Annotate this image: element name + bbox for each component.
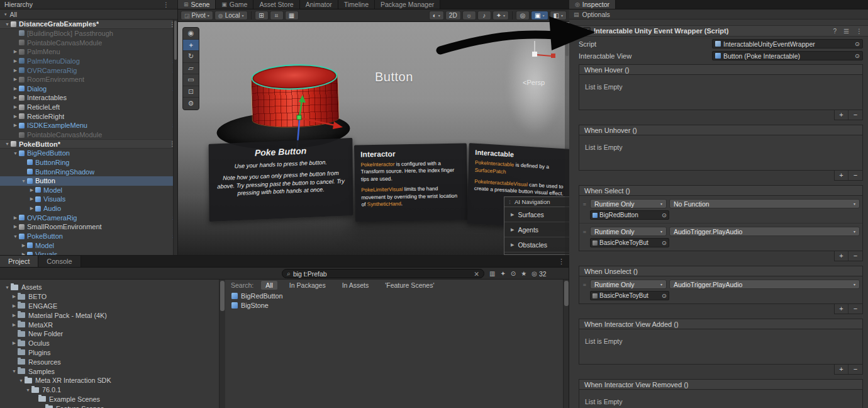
transform-tool[interactable]: ⊡ — [183, 86, 199, 98]
reorder-handle-icon[interactable]: = — [582, 229, 587, 235]
hierarchy-row-dialog[interactable]: ▶Dialog› — [0, 84, 177, 93]
remove-event-button[interactable]: − — [849, 365, 862, 374]
favorite-search-icon[interactable]: ✦ — [500, 270, 505, 277]
hierarchy-row-roomenvironment[interactable]: ▶RoomEnvironment — [0, 75, 177, 84]
folder-row-example-scenes[interactable]: Example Scenes — [0, 395, 219, 404]
view-hand-tool[interactable]: ◉ — [183, 28, 199, 40]
foldout-open-icon[interactable]: ▼ — [20, 179, 27, 183]
object-picker-icon[interactable]: ⊙ — [855, 52, 860, 59]
function-dropdown[interactable]: AudioTrigger.PlayAudio▾ — [669, 280, 860, 289]
snap-increment-button[interactable]: ⌗ — [270, 11, 284, 20]
tab-game[interactable]: ▣Game — [216, 0, 253, 9]
foldout-closed-icon[interactable]: ▶ — [11, 294, 18, 299]
scene-viewport[interactable]: y Button <Persp ◉＋↻▱▭⊡⚙ Poke ButtonUse y… — [178, 22, 569, 255]
reorder-handle-icon[interactable]: = — [582, 201, 587, 207]
hierarchy-row-ovrcamerarig[interactable]: ▶OVRCameraRig› — [0, 65, 177, 75]
hierarchy-row-ovrcamerarig[interactable]: ▶OVRCameraRig› — [0, 213, 177, 222]
runtime-mode-dropdown[interactable]: Runtime Only▾ — [590, 199, 667, 208]
remove-event-button[interactable]: − — [849, 251, 862, 261]
hierarchy-row-buttonringshadow[interactable]: ButtonRingShadow — [0, 167, 177, 176]
folder-row-oculus[interactable]: ▶Oculus — [0, 339, 219, 348]
result-row-bigredbutton[interactable]: BigRedButton — [225, 291, 563, 300]
hierarchy-row-buildingblock-passthrough[interactable]: [BuildingBlock] Passthrough — [0, 29, 177, 38]
hierarchy-row-interactables[interactable]: ▶Interactables — [0, 93, 177, 103]
hierarchy-scrollbar-thumb[interactable] — [174, 21, 177, 60]
results-scrollbar[interactable] — [563, 280, 569, 408]
tab-scene[interactable]: ⊞Scene — [178, 0, 216, 9]
foldout-closed-icon[interactable]: ▶ — [12, 105, 19, 110]
runtime-mode-dropdown[interactable]: Runtime Only▾ — [590, 280, 667, 289]
custom-tool[interactable]: ⚙ — [183, 98, 199, 110]
hierarchy-row-reticleleft[interactable]: ▶ReticleLeft — [0, 103, 177, 112]
object-picker-icon[interactable]: ⊙ — [662, 239, 667, 246]
tab-console[interactable]: Console — [38, 256, 81, 267]
foldout-open-icon[interactable]: ▼ — [12, 234, 19, 239]
foldout-closed-icon[interactable]: ▶ — [28, 188, 35, 193]
hierarchy-filter-label[interactable]: All — [10, 11, 18, 18]
hierarchy-row-audio[interactable]: ▶Audio — [0, 204, 177, 213]
reorder-handle-icon[interactable]: = — [582, 281, 587, 288]
folder-row-beto[interactable]: ▶BETO — [0, 292, 219, 302]
shading-mode-dropdown[interactable]: ◐ ▾ — [429, 11, 444, 20]
event-section-header[interactable]: When Select () — [579, 185, 863, 196]
foldout-open-icon[interactable]: ▼ — [4, 142, 11, 146]
foldout-closed-icon[interactable]: ▶ — [12, 114, 19, 119]
hierarchy-row-pointablecanvasmodule[interactable]: PointableCanvasModule — [0, 38, 177, 47]
remove-event-button[interactable]: − — [849, 110, 862, 120]
result-row-bigstone[interactable]: BigStone — [225, 300, 563, 310]
remove-event-button[interactable]: − — [849, 304, 862, 314]
foldout-closed-icon[interactable]: ▶ — [11, 313, 18, 318]
hierarchy-row-visuals[interactable]: ▶Visuals — [0, 250, 177, 255]
project-menu-icon[interactable]: ⋮ — [554, 256, 569, 267]
tab-timeline[interactable]: Timeline — [338, 0, 375, 9]
ai-navigation-header[interactable]: ⋮ AI Navigation — [504, 197, 569, 207]
help-icon[interactable]: ? — [831, 28, 838, 35]
filter-chip-in-assets[interactable]: In Assets — [338, 281, 374, 290]
hierarchy-scrollbar[interactable] — [173, 20, 177, 255]
eye-icon[interactable]: ◎ — [531, 270, 537, 277]
function-dropdown[interactable]: AudioTrigger.PlayAudio▾ — [669, 227, 860, 236]
rotate-tool[interactable]: ↻ — [183, 51, 199, 63]
foldout-open-icon[interactable]: ▼ — [4, 22, 11, 26]
folder-row-feature-scenes[interactable]: Feature Scenes — [0, 404, 219, 408]
hierarchy-row-smallroomenvironment[interactable]: ▶SmallRoomEnvironment — [0, 222, 177, 232]
folder-row-meta-xr-interaction-sdk[interactable]: ▼Meta XR Interaction SDK — [0, 376, 219, 385]
presets-icon[interactable]: ☰ — [842, 28, 851, 35]
script-object-field[interactable]: InteractableUnityEventWrapper ⊙ — [712, 39, 863, 48]
foldout-open-icon[interactable]: ▼ — [4, 285, 11, 290]
nav-item-obstacles[interactable]: ▶Obstacles — [504, 237, 569, 252]
target-object-field[interactable]: BasicPokeToyBut⊙ — [590, 238, 669, 247]
foldout-closed-icon[interactable]: ▶ — [12, 59, 19, 64]
foldout-open-icon[interactable]: ▼ — [25, 388, 31, 392]
star-icon[interactable]: ★ — [521, 270, 526, 277]
object-picker-icon[interactable]: ⊙ — [662, 292, 667, 299]
mode-2d-button[interactable]: 2D — [445, 11, 461, 20]
folder-row-engage[interactable]: ▶ENGAGE — [0, 302, 219, 311]
hierarchy-row-buttonring[interactable]: ButtonRing — [0, 158, 177, 167]
tab-animator[interactable]: Animator — [300, 0, 338, 9]
add-event-button[interactable]: + — [835, 171, 849, 180]
hierarchy-row-button[interactable]: ▼Button — [0, 176, 177, 186]
folder-row-assets[interactable]: ▼Assets — [0, 283, 219, 292]
foldout-closed-icon[interactable]: ▶ — [28, 196, 35, 201]
foldout-closed-icon[interactable]: ▶ — [12, 68, 19, 73]
tab-project[interactable]: Project — [0, 256, 38, 267]
hierarchy-row-palmmenudialog[interactable]: ▶PalmMenuDialog› — [0, 57, 177, 66]
foldout-closed-icon[interactable]: ▶ — [12, 95, 19, 100]
hierarchy-row-palmmenu[interactable]: ▶PalmMenu — [0, 47, 177, 57]
pivot-dropdown[interactable]: ◲ Pivot ▾ — [181, 11, 213, 20]
move-tool[interactable]: ＋ — [183, 40, 199, 52]
filter-chip-feature-scenes[interactable]: 'Feature Scenes' — [381, 281, 438, 290]
foldout-open-icon[interactable]: ▼ — [12, 151, 19, 156]
clear-search-icon[interactable]: ✕ — [474, 270, 479, 278]
add-event-button[interactable]: + — [835, 110, 849, 120]
grid-snap-button[interactable]: ⊞ — [255, 11, 269, 20]
tab-asset-store[interactable]: Asset Store — [253, 0, 299, 9]
filter-dropdown-icon[interactable]: ▾ — [4, 12, 7, 17]
object-picker-icon[interactable]: ⊙ — [662, 212, 667, 218]
hierarchy-row-model[interactable]: ▶Model — [0, 186, 177, 195]
optionals-row[interactable]: ▤ Optionals — [569, 9, 868, 20]
folder-row-resources[interactable]: Resources — [0, 357, 219, 366]
foldout-open-icon[interactable]: ▼ — [11, 369, 18, 373]
filter-chip-in-packages[interactable]: In Packages — [285, 281, 330, 290]
